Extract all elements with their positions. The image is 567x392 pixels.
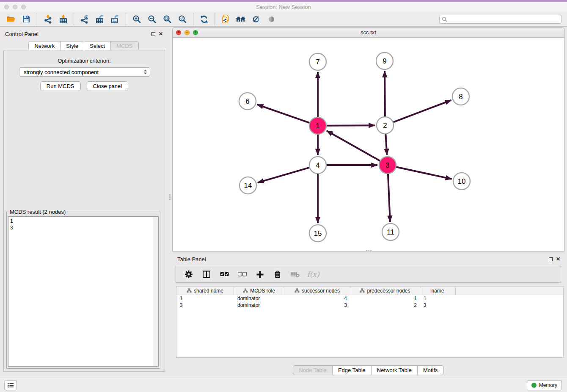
zoom-fit-icon — [163, 15, 172, 24]
close-table-panel-icon[interactable]: ✕ — [556, 257, 560, 262]
run-mcds-button[interactable]: Run MCDS — [40, 81, 81, 91]
toolbar-separator — [193, 13, 193, 25]
result-scrollbar[interactable] — [153, 217, 158, 366]
tab-style[interactable]: Style — [60, 41, 84, 51]
task-history-button[interactable] — [4, 380, 17, 390]
tab-edge-table[interactable]: Edge Table — [332, 365, 372, 375]
apply-layout-button[interactable] — [196, 13, 212, 25]
tab-network[interactable]: Network — [28, 41, 61, 51]
export-image-button[interactable] — [107, 13, 123, 25]
network-graph[interactable]: 7968124314101511 — [173, 38, 564, 251]
add-column-button[interactable] — [254, 268, 266, 280]
table-row[interactable]: 3 dominator 3 2 3 — [176, 302, 563, 309]
zoom-fit-button[interactable] — [160, 13, 175, 25]
birds-eye-view-button[interactable] — [264, 13, 279, 25]
graph-edge-3-1[interactable] — [327, 131, 380, 161]
criterion-dropdown[interactable]: strongly connected component — [19, 67, 150, 77]
table-row[interactable]: 1 dominator 4 1 1 — [176, 295, 563, 302]
zoom-out-button[interactable] — [144, 13, 160, 25]
optimization-criterion-label: Optimization criterion: — [4, 58, 165, 64]
horizontal-splitter-handle[interactable] — [363, 249, 374, 252]
node-table: shared name MCDS role successor nodes pr… — [176, 286, 564, 358]
clone-network-button[interactable] — [218, 13, 233, 25]
table-tabs: Node Table Edge Table Network Table Moti… — [172, 365, 564, 375]
save-session-button[interactable] — [19, 13, 34, 25]
memory-button[interactable]: Memory — [527, 380, 562, 390]
tab-mcds[interactable]: MCDS — [110, 41, 138, 51]
toolbar-separator — [215, 13, 215, 25]
close-panel-icon[interactable]: ✕ — [159, 31, 163, 36]
mcds-result-textarea[interactable]: 1 3 — [8, 216, 159, 367]
graph-edge-2-8[interactable] — [393, 100, 451, 122]
show-columns-button[interactable] — [201, 268, 212, 280]
close-panel-button[interactable]: Close panel — [87, 81, 129, 91]
float-table-panel-icon[interactable] — [549, 257, 553, 261]
toggle-graphics-details-button[interactable] — [248, 13, 264, 25]
zoom-in-button[interactable] — [129, 13, 144, 25]
vertical-splitter-handle[interactable] — [168, 191, 171, 202]
column-header-mcds-role[interactable]: MCDS role — [234, 287, 284, 295]
open-ndex-button[interactable] — [233, 13, 248, 25]
hierarchy-icon — [243, 288, 248, 293]
table-settings-button[interactable] — [183, 268, 195, 280]
graph-node-6[interactable]: 6 — [239, 93, 256, 110]
tab-motifs[interactable]: Motifs — [417, 365, 444, 375]
graph-edge-3-10[interactable] — [396, 167, 452, 179]
graph-edge-1-2[interactable] — [326, 125, 375, 126]
graph-node-2[interactable]: 2 — [377, 117, 394, 134]
graph-node-label: 10 — [458, 177, 466, 185]
graph-node-1[interactable]: 1 — [309, 117, 326, 134]
cell-name: 1 — [420, 295, 456, 302]
graph-edge-2-9[interactable] — [385, 71, 385, 117]
delete-column-button[interactable] — [272, 268, 284, 280]
zoom-selected-icon — [178, 15, 187, 24]
zoom-selected-button[interactable] — [175, 13, 190, 25]
delete-table-button[interactable] — [289, 268, 301, 280]
graph-edge-2-3[interactable] — [385, 134, 387, 155]
unselect-all-columns-button[interactable] — [236, 268, 248, 280]
unchecked-boxes-icon — [238, 272, 247, 277]
open-session-button[interactable] — [3, 13, 19, 25]
export-table-button[interactable] — [92, 13, 107, 25]
graph-node-15[interactable]: 15 — [309, 225, 326, 242]
graph-node-10[interactable]: 10 — [453, 173, 470, 190]
graph-node-7[interactable]: 7 — [309, 53, 326, 70]
toolbar-separator — [126, 13, 126, 25]
network-window: ✕ − + scc.txt 7968124314101511 — [172, 27, 564, 251]
save-icon — [22, 15, 30, 23]
import-table-button[interactable] — [55, 13, 71, 25]
graph-node-8[interactable]: 8 — [452, 88, 469, 105]
network-canvas[interactable]: 7968124314101511 — [173, 38, 564, 251]
gear-icon — [184, 270, 193, 279]
main-toolbar — [0, 12, 567, 27]
import-network-icon — [44, 15, 52, 24]
graph-node-3[interactable]: 3 — [379, 157, 396, 174]
graph-edge-3-11[interactable] — [388, 174, 390, 222]
table-toolbar: f(x) — [176, 266, 561, 283]
cell-shared-name: 3 — [176, 302, 234, 309]
graph-node-9[interactable]: 9 — [376, 52, 393, 69]
column-header-successor-nodes[interactable]: successor nodes — [284, 287, 350, 295]
graph-edge-4-14[interactable] — [258, 168, 310, 183]
hierarchy-icon — [295, 288, 300, 293]
export-network-button[interactable] — [77, 13, 92, 25]
import-network-button[interactable] — [40, 13, 55, 25]
graph-edge-1-6[interactable] — [257, 105, 310, 123]
graph-node-label: 9 — [383, 57, 386, 65]
network-window-title: scc.txt — [173, 29, 564, 36]
tab-node-table[interactable]: Node Table — [293, 365, 333, 375]
graph-node-14[interactable]: 14 — [239, 177, 256, 194]
float-panel-icon[interactable] — [151, 32, 155, 36]
select-all-columns-button[interactable] — [218, 268, 230, 280]
graph-node-4[interactable]: 4 — [309, 157, 326, 174]
tab-network-table[interactable]: Network Table — [371, 365, 418, 375]
column-header-shared-name[interactable]: shared name — [176, 287, 234, 295]
function-builder-button[interactable]: f(x) — [307, 268, 319, 280]
column-header-name[interactable]: name — [420, 287, 456, 295]
tab-select[interactable]: Select — [84, 41, 111, 51]
column-header-predecessor-nodes[interactable]: predecessor nodes — [350, 287, 420, 295]
search-input[interactable] — [447, 16, 559, 22]
network-window-titlebar[interactable]: ✕ − + scc.txt — [173, 28, 564, 38]
graph-node-label: 6 — [245, 97, 249, 105]
graph-node-11[interactable]: 11 — [382, 224, 399, 240]
